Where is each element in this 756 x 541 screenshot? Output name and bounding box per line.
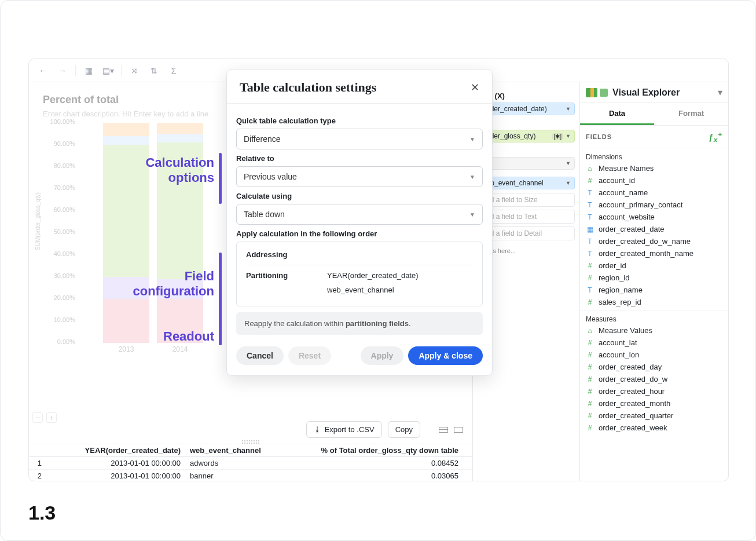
apply-order-label: Apply calculation in the following order — [236, 229, 483, 238]
cell: 0.03065 — [284, 470, 463, 481]
close-icon[interactable]: ✕ — [471, 81, 479, 94]
table-row[interactable]: 2 2013-01-01 00:00:00 banner 0.03065 — [29, 470, 472, 481]
field-item[interactable]: #order_created_month — [580, 397, 728, 410]
app-header: Visual Explorer ▾ — [580, 82, 728, 103]
apply-close-button[interactable]: Apply & close — [408, 346, 483, 365]
text-icon: T — [586, 310, 594, 311]
tag-icon: ⌂ — [586, 327, 594, 335]
field-label: order_created_date — [599, 225, 664, 233]
quick-calc-select[interactable]: Difference▼ — [236, 129, 483, 149]
field-label: order_created_day — [599, 363, 662, 371]
copy-label: Copy — [395, 425, 413, 434]
ytick: 50.00% — [50, 228, 75, 235]
field-item[interactable]: #order_created_day — [580, 361, 728, 373]
hash-icon: # — [586, 177, 594, 185]
export-csv-label: Export to .CSV — [325, 425, 375, 434]
chevron-down-icon: ▼ — [469, 211, 475, 218]
cancel-button[interactable]: Cancel — [236, 346, 284, 365]
field-label: order_created_quarter — [599, 411, 673, 420]
field-item[interactable]: #order_id — [580, 259, 728, 272]
app-title: Visual Explorer — [612, 87, 718, 98]
col-header[interactable]: % of Total order_gloss_qty down table — [284, 444, 463, 457]
field-label: order_created_do_w_name — [599, 237, 691, 246]
reset-button[interactable]: Reset — [288, 346, 331, 365]
field-item[interactable]: ▦order_created_date — [580, 223, 728, 235]
col-header[interactable]: web_event_channel — [185, 444, 284, 457]
swap-icon[interactable]: ⤭ — [127, 64, 141, 78]
fields-label: FIELDS — [586, 133, 612, 140]
tab-format[interactable]: Format — [654, 103, 728, 125]
field-item[interactable]: #account_lat — [580, 337, 728, 349]
row-num-header — [29, 444, 46, 457]
sigma-icon[interactable]: Σ — [167, 64, 181, 78]
hash-icon: # — [586, 388, 594, 396]
field-label: Measure Names — [599, 164, 654, 173]
text-icon: T — [586, 189, 594, 197]
field-item[interactable]: Torder_created_do_w_name — [580, 235, 728, 247]
field-item[interactable]: Tregion_name — [580, 284, 728, 296]
export-csv-button[interactable]: ⭳ Export to .CSV — [306, 421, 382, 438]
hash-icon: # — [586, 339, 594, 347]
chevron-down-icon[interactable]: ▾ — [718, 87, 722, 98]
sort-icon[interactable]: ⇅ — [147, 64, 161, 78]
ytick: 0.00% — [50, 338, 75, 345]
tag-icon: ⌂ — [586, 165, 594, 173]
field-item[interactable]: Taccount_name — [580, 187, 728, 199]
field-item[interactable]: ⌂Measure Names — [580, 162, 728, 174]
right-panel: Visual Explorer ▾ Data Format FIELDS ƒx+… — [580, 82, 728, 481]
text-icon: T — [586, 213, 594, 221]
partitioning-label: Partitioning — [246, 271, 304, 280]
calc-using-select[interactable]: Table down▼ — [236, 204, 483, 225]
measures-list[interactable]: ⌂Measure Values#account_lat#account_lon#… — [580, 324, 728, 434]
cell: 2013-01-01 00:00:00 — [46, 470, 185, 481]
table-calc-modal: Table calculation settings ✕ Quick table… — [226, 69, 493, 376]
dimensions-list[interactable]: Dimensions ⌂Measure Names#account_idTacc… — [580, 148, 728, 310]
view-list-icon[interactable] — [439, 427, 448, 433]
app-logo-icon — [600, 89, 608, 97]
cell: adwords — [185, 457, 284, 470]
addressing-label: Addressing — [246, 250, 304, 259]
field-item[interactable]: ⌂Measure Values — [580, 324, 728, 337]
field-item[interactable]: #region_id — [580, 272, 728, 284]
select-value: Difference — [244, 134, 281, 144]
table-row[interactable]: 1 2013-01-01 00:00:00 adwords 0.08452 — [29, 457, 472, 470]
hash-icon: # — [586, 351, 594, 359]
hash-icon: # — [586, 262, 594, 270]
text-icon: T — [586, 201, 594, 209]
cell: 0.08452 — [284, 457, 463, 470]
field-item[interactable]: #account_lon — [580, 349, 728, 361]
fields-icon[interactable]: ▦ — [82, 64, 96, 78]
field-item[interactable]: Tsales_rep_name — [580, 308, 728, 310]
field-item[interactable]: #sales_rep_id — [580, 296, 728, 308]
field-item[interactable]: #order_created_do_w — [580, 373, 728, 385]
tab-data[interactable]: Data — [580, 103, 654, 125]
calc-using-label: Calculate using — [236, 192, 483, 200]
forward-icon[interactable]: → — [56, 64, 69, 78]
annotation-bar — [219, 331, 222, 345]
copy-button[interactable]: Copy — [388, 421, 420, 438]
add-calc-icon[interactable]: ƒx+ — [709, 130, 722, 143]
modal-title: Table calculation settings — [240, 80, 376, 95]
back-icon[interactable]: ← — [36, 64, 50, 78]
annotation-bar — [219, 153, 222, 204]
hash-icon: # — [586, 375, 594, 383]
field-item[interactable]: #order_created_hour — [580, 385, 728, 397]
field-item[interactable]: Taccount_primary_contact — [580, 199, 728, 211]
field-item[interactable]: #order_created_week — [580, 422, 728, 434]
view-table-icon[interactable] — [454, 427, 463, 433]
annotation-field-config: Fieldconfiguration — [98, 269, 214, 299]
partition-field: YEAR(order_created_date) — [327, 271, 419, 280]
field-item[interactable]: #account_id — [580, 174, 728, 187]
annotation-calc-options: Calculationoptions — [116, 155, 214, 185]
relative-to-select[interactable]: Previous value▼ — [236, 166, 483, 187]
apply-button[interactable]: Apply — [361, 346, 404, 365]
field-item[interactable]: #order_created_quarter — [580, 410, 728, 422]
field-label: sales_rep_name — [599, 310, 654, 310]
pivot-icon[interactable]: ▤▾ — [101, 64, 115, 78]
col-header[interactable]: YEAR(order_created_date) — [46, 444, 185, 457]
field-item[interactable]: Taccount_website — [580, 211, 728, 223]
ytick: 10.00% — [50, 316, 75, 323]
field-item[interactable]: Torder_created_month_name — [580, 247, 728, 259]
dimensions-label: Dimensions — [580, 148, 728, 162]
figure-number: 1.3 — [28, 502, 56, 524]
